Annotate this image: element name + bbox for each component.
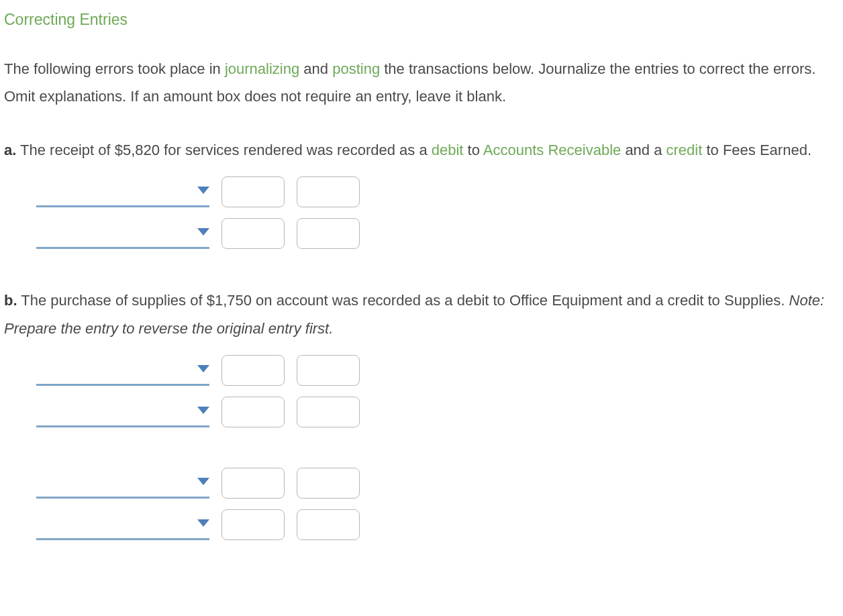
problem-a-part1: The receipt of $5,820 for services rende… bbox=[16, 142, 431, 158]
link-accounts-receivable[interactable]: Accounts Receivable bbox=[483, 142, 621, 158]
entry-group-b1 bbox=[36, 355, 839, 427]
entry-row bbox=[36, 176, 839, 207]
problem-a-part4: to Fees Earned. bbox=[702, 142, 811, 158]
problem-a-label: a. bbox=[4, 142, 16, 158]
credit-amount-input[interactable] bbox=[297, 397, 360, 427]
intro-paragraph: The following errors took place in journ… bbox=[4, 55, 839, 111]
link-journalizing[interactable]: journalizing bbox=[225, 60, 299, 77]
account-dropdown[interactable] bbox=[36, 401, 209, 427]
credit-amount-input[interactable] bbox=[297, 176, 360, 207]
account-field[interactable] bbox=[36, 401, 193, 424]
problem-a-part2: to bbox=[463, 142, 483, 158]
link-credit[interactable]: credit bbox=[666, 142, 703, 158]
spacer bbox=[4, 445, 839, 468]
link-posting[interactable]: posting bbox=[332, 60, 380, 77]
account-dropdown[interactable] bbox=[36, 359, 209, 386]
account-field[interactable] bbox=[36, 359, 193, 382]
intro-text-2: and bbox=[299, 60, 332, 77]
account-field[interactable] bbox=[36, 513, 193, 537]
problem-b-label: b. bbox=[4, 292, 17, 309]
entry-row bbox=[36, 397, 839, 427]
debit-amount-input[interactable] bbox=[221, 355, 285, 386]
page-title: Correcting Entries bbox=[4, 5, 839, 35]
chevron-down-icon bbox=[197, 519, 209, 527]
debit-amount-input[interactable] bbox=[221, 509, 285, 540]
entry-row bbox=[36, 355, 839, 386]
problem-a-text: a. The receipt of $5,820 for services re… bbox=[4, 136, 839, 164]
credit-amount-input[interactable] bbox=[297, 468, 360, 499]
account-dropdown[interactable] bbox=[36, 472, 209, 499]
entry-group-b2 bbox=[36, 468, 839, 540]
chevron-down-icon bbox=[197, 228, 209, 236]
debit-amount-input[interactable] bbox=[221, 468, 285, 499]
chevron-down-icon bbox=[197, 407, 209, 414]
account-field[interactable] bbox=[36, 181, 193, 204]
link-debit[interactable]: debit bbox=[432, 142, 464, 158]
problem-a-part3: and a bbox=[621, 142, 666, 158]
account-dropdown[interactable] bbox=[36, 222, 209, 249]
entry-row bbox=[36, 468, 839, 499]
problem-b-part1: The purchase of supplies of $1,750 on ac… bbox=[17, 292, 789, 309]
credit-amount-input[interactable] bbox=[297, 355, 360, 386]
chevron-down-icon bbox=[197, 187, 209, 194]
account-dropdown[interactable] bbox=[36, 513, 209, 540]
account-dropdown[interactable] bbox=[36, 181, 209, 207]
intro-text-1: The following errors took place in bbox=[4, 60, 225, 77]
credit-amount-input[interactable] bbox=[297, 218, 360, 249]
chevron-down-icon bbox=[197, 478, 209, 485]
entry-group-a bbox=[36, 176, 839, 249]
problem-b-text: b. The purchase of supplies of $1,750 on… bbox=[4, 287, 839, 343]
entry-row bbox=[36, 218, 839, 249]
debit-amount-input[interactable] bbox=[221, 176, 285, 207]
chevron-down-icon bbox=[197, 365, 209, 372]
account-field[interactable] bbox=[36, 472, 193, 495]
entry-row bbox=[36, 509, 839, 540]
debit-amount-input[interactable] bbox=[221, 397, 285, 427]
debit-amount-input[interactable] bbox=[221, 218, 285, 249]
account-field[interactable] bbox=[36, 222, 193, 246]
credit-amount-input[interactable] bbox=[297, 509, 360, 540]
